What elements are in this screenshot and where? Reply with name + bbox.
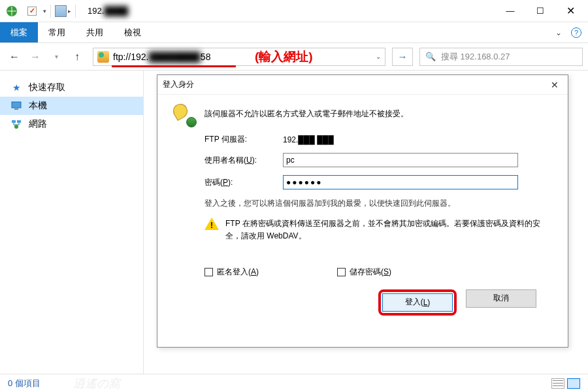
close-button[interactable]: ✕ — [555, 1, 585, 21]
minimize-button[interactable]: — — [495, 1, 525, 21]
maximize-button[interactable]: ☐ — [525, 1, 555, 21]
login-button[interactable]: 登入(L) — [382, 293, 453, 312]
key-icon — [173, 104, 195, 126]
monitor-icon — [10, 100, 22, 112]
dialog-title: 登入身分 — [163, 79, 194, 90]
tab-share[interactable]: 共用 — [76, 22, 114, 42]
status-bar: 0 個項目 逍遙の窩 — [0, 374, 588, 392]
location-icon — [97, 51, 109, 63]
drive-icon — [55, 5, 67, 17]
username-input[interactable] — [283, 153, 518, 167]
nav-sidebar: ★ 快速存取 本機 網路 — [0, 71, 144, 374]
separator — [75, 5, 76, 18]
ribbon-collapse-icon[interactable]: ⌄ — [555, 28, 562, 37]
app-icon — [5, 5, 18, 18]
tab-view[interactable]: 檢視 — [114, 22, 152, 42]
navigation-bar: ← → ▾ ↑ ftp://192.████████58 ⌄ (輸入網址) → … — [0, 43, 588, 71]
annotation-underline — [112, 65, 236, 67]
login-highlight: 登入(L) — [378, 289, 457, 316]
dialog-titlebar: 登入身分 ✕ — [157, 75, 568, 95]
qat-dropdown-icon[interactable]: ▾ — [43, 8, 46, 14]
sidebar-item-network[interactable]: 網路 — [0, 115, 143, 133]
savepassword-label: 儲存密碼(S) — [350, 267, 391, 278]
ribbon-tabs: 檔案 常用 共用 檢視 ⌄ ? — [0, 22, 588, 43]
login-dialog: 登入身分 ✕ 該伺服器不允許以匿名方式登入或電子郵件地址不被接受。 FTP 伺服… — [157, 74, 568, 348]
search-placeholder: 搜尋 192.168.0.27 — [441, 51, 510, 63]
server-label: FTP 伺服器: — [204, 134, 283, 145]
svg-rect-1 — [12, 102, 21, 108]
address-dropdown-icon[interactable]: ⌄ — [376, 53, 381, 60]
svg-point-5 — [14, 125, 18, 129]
window-titlebar: ✓ ▾ ▸ 192.████ — ☐ ✕ — [0, 0, 588, 22]
search-box[interactable]: 🔍 搜尋 192.168.0.27 — [419, 48, 583, 66]
watermark: 逍遙の窩 — [73, 376, 120, 391]
view-details-button[interactable] — [551, 378, 564, 389]
back-button[interactable]: ← — [5, 48, 24, 66]
drive-dropdown-icon[interactable]: ▸ — [68, 8, 71, 14]
content-area: 登入身分 ✕ 該伺服器不允許以匿名方式登入或電子郵件地址不被接受。 FTP 伺服… — [144, 71, 588, 374]
warning-text: FTP 在將密碼或資料傳送至伺服器之前，並不會將其加密或編碼。若要保護密碼及資料… — [225, 218, 552, 242]
svg-rect-2 — [14, 108, 18, 110]
recent-dropdown[interactable]: ▾ — [47, 48, 65, 66]
sidebar-item-label: 網路 — [29, 118, 47, 130]
server-value: 192.███ ███ — [283, 135, 334, 144]
dialog-hint: 登入之後，您可以將這個伺服器加到我的最愛，以便快速回到此伺服器。 — [204, 197, 552, 210]
sidebar-item-quickaccess[interactable]: ★ 快速存取 — [0, 78, 143, 97]
password-input[interactable] — [283, 175, 518, 189]
username-label: 使用者名稱(U): — [204, 155, 283, 166]
svg-rect-3 — [12, 120, 16, 123]
separator — [50, 5, 51, 18]
svg-rect-4 — [17, 120, 21, 123]
warning-icon: ! — [204, 218, 219, 231]
dialog-message: 該伺服器不允許以匿名方式登入或電子郵件地址不被接受。 — [204, 104, 408, 120]
qat-checkbox-icon[interactable]: ✓ — [27, 7, 37, 16]
sidebar-item-thispc[interactable]: 本機 — [0, 97, 143, 115]
savepassword-checkbox[interactable]: 儲存密碼(S) — [337, 267, 391, 278]
network-icon — [10, 118, 22, 130]
up-button[interactable]: ↑ — [68, 48, 86, 66]
cancel-button[interactable]: 取消 — [466, 289, 536, 308]
sidebar-item-label: 快速存取 — [29, 82, 65, 93]
refresh-go-button[interactable]: → — [392, 48, 413, 66]
status-text: 0 個項目 — [8, 378, 41, 389]
search-icon: 🔍 — [425, 52, 436, 61]
forward-button[interactable]: → — [26, 48, 44, 66]
address-text: ftp://192.████████58 — [113, 52, 210, 62]
star-icon: ★ — [10, 82, 22, 93]
anonymous-label: 匿名登入(A) — [217, 267, 259, 278]
sidebar-item-label: 本機 — [29, 100, 47, 112]
password-label: 密碼(P): — [204, 177, 283, 188]
anonymous-checkbox[interactable]: 匿名登入(A) — [204, 267, 259, 278]
address-bar[interactable]: ftp://192.████████58 ⌄ — [93, 48, 385, 66]
help-icon[interactable]: ? — [571, 27, 581, 38]
window-title: 192.████ — [88, 6, 128, 16]
annotation-text: (輸入網址) — [255, 48, 313, 65]
view-thumbnails-button[interactable] — [567, 378, 580, 389]
tab-file[interactable]: 檔案 — [0, 22, 38, 42]
tab-home[interactable]: 常用 — [38, 22, 76, 42]
dialog-close-button[interactable]: ✕ — [547, 80, 563, 90]
